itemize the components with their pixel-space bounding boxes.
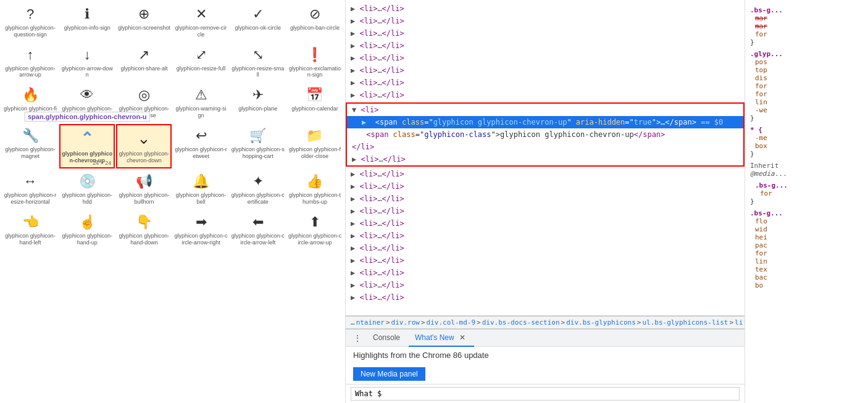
glyph-screenshot[interactable]: ⊕ glyphicon-screenshot bbox=[116, 2, 172, 42]
glyph-hand-up[interactable]: ☝ glyphicon glyphicon-hand-up bbox=[59, 210, 115, 250]
glyph-magnet[interactable]: 🔧 glyphicon glyphicon-magnet bbox=[2, 124, 58, 169]
dom-line[interactable]: ▶ <li>…</li> bbox=[346, 77, 745, 89]
eye-icon: 👁 bbox=[80, 87, 94, 103]
glyph-resize-full[interactable]: ⤢ glyphicon-resize-full bbox=[173, 43, 228, 83]
dom-line-li-after[interactable]: ▶ <li>…</li> bbox=[347, 153, 743, 165]
dom-line[interactable]: ▶ <li>…</li> bbox=[346, 242, 745, 254]
glyph-chevron-up[interactable]: span.glyphicon.glyphicon-chevron-u ⌃ gly… bbox=[59, 124, 115, 169]
glyph-eye[interactable]: 👁 glyphicon glyphicon-eye-open bbox=[59, 83, 115, 123]
glyph-bell[interactable]: 🔔 glyphicon glyphicon-bell bbox=[173, 170, 228, 209]
glyph-hand-left[interactable]: 👈 glyphicon glyphicon-hand-left bbox=[2, 210, 58, 250]
glyph-arrow-up[interactable]: ↑ glyphicon glyphicon-arrow-up bbox=[2, 43, 58, 83]
console-menu-dots[interactable]: ⋮ bbox=[351, 331, 364, 346]
thumbs-up-icon: 👍 bbox=[306, 173, 323, 189]
dom-line[interactable]: ▶ <li>…</li> bbox=[346, 15, 745, 27]
breadcrumb-list[interactable]: ul.bs-glyphicons-list bbox=[642, 318, 728, 326]
circle-arrow-right-icon: ➡ bbox=[196, 214, 207, 230]
console-input[interactable] bbox=[351, 387, 740, 401]
breadcrumb-colmd9[interactable]: div.col-md-9 bbox=[427, 318, 475, 326]
glyph-certificate[interactable]: ✦ glyphicon glyphicon-certificate bbox=[230, 170, 286, 209]
glyph-resize-small[interactable]: ⤡ glyphicon-resize-small bbox=[230, 43, 286, 83]
glyph-circle-arrow-right[interactable]: ➡ glyphicon glyphicon-circle-arrow-right bbox=[173, 210, 228, 250]
tab-console[interactable]: Console bbox=[367, 331, 406, 346]
dom-line[interactable]: ▶ <li>…</li> bbox=[346, 2, 745, 15]
close-tab-icon[interactable]: ✕ bbox=[457, 332, 468, 343]
size-badge: 24 × 24 bbox=[93, 160, 111, 166]
glyph-remove-circle[interactable]: ✕ glyphicon-remove-circle bbox=[173, 2, 228, 42]
glyph-calendar[interactable]: 📅 glyphicon-calendar bbox=[287, 83, 343, 123]
glyph-arrow-down[interactable]: ↓ glyphicon-arrow-down bbox=[59, 43, 115, 83]
dom-line-li-open[interactable]: ▼ <li> bbox=[347, 104, 743, 116]
dom-line[interactable]: ▶ <li>…</li> bbox=[346, 254, 745, 267]
dom-line[interactable]: ▶ <li>…</li> bbox=[346, 279, 745, 291]
breadcrumb-li[interactable]: li bbox=[735, 318, 743, 326]
dom-line[interactable]: ▶ <li>…</li> bbox=[346, 27, 745, 39]
breadcrumb-container[interactable]: ntainer bbox=[356, 318, 385, 326]
arrow-down-icon: ↓ bbox=[84, 47, 91, 63]
breadcrumb-bar: … ntainer > div.row > div.col-md-9 > div… bbox=[346, 316, 745, 329]
glyph-shopping-cart[interactable]: 🛒 glyphicon glyphicon-shopping-cart bbox=[230, 124, 286, 169]
dom-line-span-selected[interactable]: ▶ <span class="glyphicon glyphicon-chevr… bbox=[347, 116, 743, 128]
new-media-button[interactable]: New Media panel bbox=[353, 367, 425, 381]
glyph-circle-arrow-up[interactable]: ⬆ glyphicon glyphicon-circle-arrow-up bbox=[287, 210, 343, 250]
exclamation-icon: ❗ bbox=[306, 47, 323, 63]
glyph-circle-arrow-left[interactable]: ⬅ glyphicon glyphicon-circle-arrow-left bbox=[230, 210, 286, 250]
glyph-share-alt[interactable]: ↗ glyphicon-share-alt bbox=[116, 43, 172, 83]
glyph-chevron-down[interactable]: ⌄ glyphicon glyphicon-chevron-down bbox=[116, 124, 172, 169]
dom-line[interactable]: ▶ <li>…</li> bbox=[346, 168, 745, 180]
glyph-hand-down[interactable]: 👇 glyphicon glyphicon-hand-down bbox=[116, 210, 172, 250]
warning-icon: ⚠ bbox=[195, 87, 207, 103]
glyph-exclamation[interactable]: ❗ glyphicon-exclamation-sign bbox=[287, 43, 343, 83]
glyph-hdd[interactable]: 💿 glyphicon glyphicon-hdd bbox=[59, 170, 115, 209]
css-rule-star: * { -me box } bbox=[750, 126, 863, 158]
glyph-ban-circle[interactable]: ⊘ glyphicon-ban-circle bbox=[287, 2, 343, 42]
dom-line[interactable]: ▶ <li>…</li> bbox=[346, 52, 745, 64]
circle-arrow-left-icon: ⬅ bbox=[252, 214, 264, 230]
glyph-thumbs-up[interactable]: 👍 glyphicon glyphicon-thumbs-up bbox=[287, 170, 343, 209]
info-sign-icon: ℹ bbox=[85, 6, 90, 22]
dom-line[interactable]: ▶ <li>…</li> bbox=[346, 89, 745, 101]
dom-line[interactable]: ▶ <li>…</li> bbox=[346, 217, 745, 230]
dom-line[interactable]: ▶ <li>…</li> bbox=[346, 267, 745, 279]
question-sign-icon: ? bbox=[27, 6, 34, 22]
dom-line[interactable]: ▶ <li>…</li> bbox=[346, 180, 745, 193]
dom-line[interactable]: ▶ <li>…</li> bbox=[346, 230, 745, 242]
screenshot-icon: ⊕ bbox=[138, 6, 149, 22]
glyph-warning[interactable]: ⚠ glyphicon-warning-sign bbox=[173, 83, 228, 123]
dom-line-span-class[interactable]: <span class="glyphicon-class">glyphicon … bbox=[347, 128, 743, 141]
magnet-icon: 🔧 bbox=[22, 128, 39, 144]
bell-icon: 🔔 bbox=[193, 173, 209, 189]
breadcrumb-divrow[interactable]: div.row bbox=[391, 318, 420, 326]
glyph-grid-panel: ? glyphicon glyphicon-question-sign ℹ gl… bbox=[0, 0, 346, 403]
shopping-cart-icon: 🛒 bbox=[249, 128, 266, 144]
dom-line[interactable]: ▶ <li>…</li> bbox=[346, 64, 745, 77]
breadcrumb-docs-section[interactable]: div.bs-docs-section bbox=[482, 318, 560, 326]
hand-up-icon: ☝ bbox=[79, 214, 96, 230]
glyph-bullhorn[interactable]: 📢 glyphicon glyphicon-bullhorn bbox=[116, 170, 172, 209]
dom-line[interactable]: ▶ <li>…</li> bbox=[346, 193, 745, 205]
glyph-plane[interactable]: ✈ glyphicon-plane bbox=[230, 83, 286, 123]
dom-line[interactable]: ▶ <li>…</li> bbox=[346, 39, 745, 52]
glyph-eye-close[interactable]: ◎ glyphicon glyphicon-eye-close bbox=[116, 83, 172, 123]
css-rule-bsg: .bs-g... flo wid hei pac for lin tex bac… bbox=[750, 209, 863, 289]
glyph-resize-horizontal[interactable]: ↔ glyphicon glyphicon-resize-horizontal bbox=[2, 170, 58, 209]
glyph-info-sign[interactable]: ℹ glyphicon-info-sign bbox=[59, 2, 115, 42]
console-panel: ⋮ Console What's New ✕ Highlights from t… bbox=[346, 329, 745, 403]
glyph-fire[interactable]: 🔥 glyphicon glyphicon-fire bbox=[2, 83, 58, 123]
css-panel: .bs-g... mar mar for } .glyp... pos top … bbox=[745, 0, 868, 403]
glyph-retweet[interactable]: ↩ glyphicon glyphicon-retweet bbox=[173, 124, 228, 169]
right-panel: ▶ <li>…</li> ▶ <li>…</li> ▶ <li>…</li> ▶… bbox=[346, 0, 745, 403]
breadcrumb-glyphicons[interactable]: div.bs-glyphicons bbox=[566, 318, 636, 326]
share-alt-icon: ↗ bbox=[138, 47, 149, 63]
glyph-ok-circle[interactable]: ✓ glyphicon-ok-circle bbox=[230, 2, 286, 42]
folder-close-icon: 📁 bbox=[306, 128, 323, 144]
dom-line[interactable]: ▶ <li>…</li> bbox=[346, 205, 745, 217]
hand-left-icon: 👈 bbox=[22, 214, 39, 230]
dom-line[interactable]: ▶ <li>…</li> bbox=[346, 291, 745, 304]
glyph-question-sign[interactable]: ? glyphicon glyphicon-question-sign bbox=[2, 2, 58, 42]
tab-whats-new[interactable]: What's New ✕ bbox=[409, 330, 474, 347]
dom-line-li-close[interactable]: </li> bbox=[347, 141, 743, 153]
chevron-up-icon: ⌃ bbox=[80, 129, 94, 148]
glyph-folder-close[interactable]: 📁 glyphicon glyphicon-folder-close bbox=[287, 124, 343, 169]
retweet-icon: ↩ bbox=[196, 128, 207, 144]
